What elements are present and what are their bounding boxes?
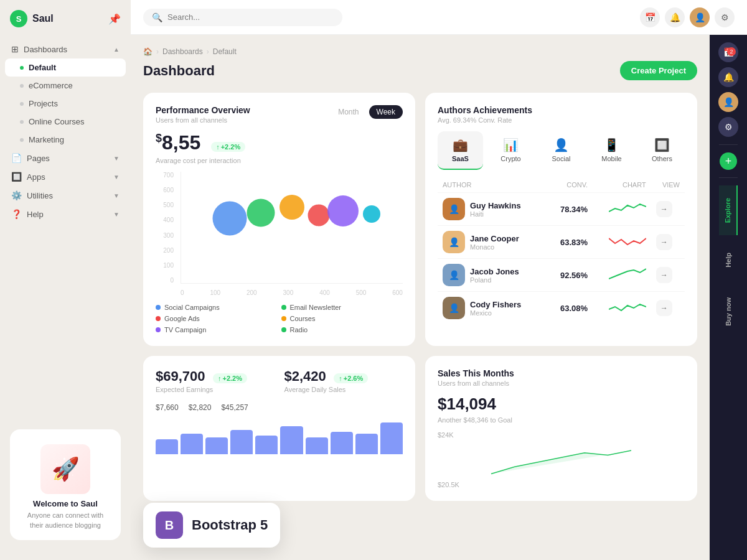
nav-dot bbox=[20, 120, 24, 124]
breadcrumb-sep: › bbox=[156, 47, 159, 56]
active-dot bbox=[20, 66, 24, 70]
legend-social: Social Campaigns bbox=[156, 304, 278, 311]
view-button[interactable]: → bbox=[656, 267, 672, 283]
bar bbox=[380, 422, 403, 454]
view-button[interactable]: → bbox=[656, 300, 672, 316]
left-content: 🏠 › Dashboards › Default Dashboard Creat… bbox=[131, 35, 710, 560]
breadcrumb-dashboards[interactable]: Dashboards bbox=[162, 47, 203, 56]
bar bbox=[181, 434, 203, 454]
conv-value: 92.56% bbox=[560, 271, 588, 280]
sidebar-item-default[interactable]: Default bbox=[5, 58, 126, 77]
buy-tab[interactable]: Buy now bbox=[720, 285, 737, 338]
tab-month[interactable]: Month bbox=[331, 105, 366, 119]
col-chart: CHART bbox=[593, 177, 651, 193]
col-author: AUTHOR bbox=[438, 177, 547, 193]
pin-icon[interactable]: 📌 bbox=[108, 13, 121, 25]
authors-tabs: 💼 SaaS 📊 Crypto 👤 Social 📱 bbox=[438, 131, 685, 170]
welcome-title: Welcome to Saul bbox=[20, 499, 111, 508]
authors-title: Authors Achievements bbox=[438, 105, 532, 115]
sidebar-item-online-courses[interactable]: Online Courses bbox=[5, 113, 126, 131]
nav-dot bbox=[20, 102, 24, 106]
tab-saas[interactable]: 💼 SaaS bbox=[438, 131, 483, 170]
tab-social[interactable]: 👤 Social bbox=[538, 131, 584, 170]
nav-label: Utilities bbox=[27, 191, 53, 200]
search-box[interactable]: 🔍 bbox=[143, 9, 342, 26]
sidebar-item-pages[interactable]: 📄 Pages ▼ bbox=[5, 149, 126, 167]
notification-icon[interactable]: 🔔 bbox=[665, 7, 685, 27]
sidebar-item-help[interactable]: ❓ Help ▼ bbox=[5, 205, 126, 223]
avatar-jacob: 👤 bbox=[443, 264, 465, 286]
tab-others[interactable]: 🔲 Others bbox=[639, 131, 685, 170]
sidebar-item-ecommerce[interactable]: eCommerce bbox=[5, 77, 126, 95]
sidebar-item-marketing[interactable]: Marketing bbox=[5, 131, 126, 149]
avatar[interactable]: 👤 bbox=[690, 7, 710, 27]
chevron-icon: ▼ bbox=[113, 174, 120, 180]
earnings-badge: ↑ +2.2% bbox=[213, 373, 247, 383]
explore-tab[interactable]: Explore bbox=[719, 185, 738, 235]
rp-settings-icon[interactable]: ⚙ bbox=[718, 117, 738, 137]
rp-divider2 bbox=[719, 177, 738, 178]
rp-add-button[interactable]: + bbox=[720, 152, 737, 170]
earning-row-val: $2,820 bbox=[189, 403, 212, 412]
sidebar-footer: 🚀 Welcome to Saul Anyone can connect wit… bbox=[0, 419, 131, 550]
create-project-button[interactable]: Create Project bbox=[620, 61, 697, 80]
nav-label: Default bbox=[29, 63, 56, 72]
authors-card: Authors Achievements Avg. 69.34% Conv. R… bbox=[425, 93, 697, 346]
earnings-stats: $69,700 ↑ +2.2% Expected Earnings $2,420… bbox=[156, 368, 403, 393]
nav-label: Help bbox=[27, 210, 44, 219]
bar bbox=[230, 430, 253, 454]
legend-courses: Courses bbox=[281, 315, 403, 322]
bootstrap-overlay: B Bootstrap 5 bbox=[143, 503, 280, 548]
nav-label: Dashboards bbox=[24, 45, 67, 54]
view-button[interactable]: → bbox=[656, 201, 672, 217]
settings-icon[interactable]: ⚙ bbox=[715, 7, 735, 27]
rp-avatar[interactable]: 👤 bbox=[718, 92, 738, 112]
sidebar-item-dashboards[interactable]: ⊞ Dashboards ▲ bbox=[5, 40, 126, 58]
rp-calendar-icon[interactable]: 📅 2 bbox=[718, 42, 738, 62]
bubble bbox=[363, 205, 380, 223]
chevron-icon: ▼ bbox=[113, 155, 120, 162]
legend-tv: TV Campaign bbox=[156, 326, 278, 334]
bar bbox=[355, 434, 378, 454]
y-axis: 700 600 500 400 300 200 100 0 bbox=[156, 172, 177, 284]
sidebar-item-apps[interactable]: 🔲 Apps ▼ bbox=[5, 167, 126, 186]
view-button[interactable]: → bbox=[656, 234, 672, 250]
search-icon: 🔍 bbox=[152, 12, 162, 22]
tab-crypto[interactable]: 📊 Crypto bbox=[488, 131, 533, 170]
rp-notification-icon[interactable]: 🔔 bbox=[718, 67, 738, 87]
bubble bbox=[280, 195, 304, 220]
calendar-icon[interactable]: 📅 bbox=[640, 7, 660, 27]
legend-radio: Radio bbox=[281, 326, 403, 334]
perf-label: Avarage cost per interaction bbox=[156, 157, 403, 164]
earnings-value: $69,700 bbox=[156, 368, 205, 384]
legend-google-ads: Google Ads bbox=[156, 315, 278, 322]
sidebar-item-projects[interactable]: Projects bbox=[5, 95, 126, 113]
sales-y1: $24K bbox=[438, 431, 685, 439]
sales-title: Sales This Months bbox=[438, 368, 685, 378]
perf-subtitle: Users from all channels bbox=[156, 116, 250, 124]
conv-value: 78.34% bbox=[560, 205, 588, 214]
mini-chart-jane bbox=[609, 232, 646, 251]
search-input[interactable] bbox=[167, 12, 334, 22]
main-area: 🔍 📅 🔔 👤 ⚙ 🏠 › Dashboards › Default Dashb… bbox=[131, 0, 747, 560]
help-tab[interactable]: Help bbox=[720, 240, 737, 280]
social-icon: 👤 bbox=[553, 138, 569, 152]
sidebar-item-utilities[interactable]: ⚙️ Utilities ▼ bbox=[5, 186, 126, 205]
tab-mobile[interactable]: 📱 Mobile bbox=[589, 131, 634, 170]
tab-week[interactable]: Week bbox=[369, 105, 403, 119]
table-row: 👤 Jacob Jones Poland 92.56% bbox=[438, 259, 685, 292]
bottom-row: $69,700 ↑ +2.2% Expected Earnings $2,420… bbox=[143, 356, 697, 501]
col-view: VIEW bbox=[651, 177, 685, 193]
authors-table: AUTHOR CONV. CHART VIEW 👤 bbox=[438, 177, 685, 324]
breadcrumb-home[interactable]: 🏠 bbox=[143, 47, 153, 56]
daily-value: $2,420 bbox=[284, 368, 326, 384]
topbar: 🔍 📅 🔔 👤 ⚙ bbox=[131, 0, 747, 35]
nav-label: Pages bbox=[27, 154, 50, 163]
sales-y2: $20.5K bbox=[438, 481, 685, 488]
avatar-jane: 👤 bbox=[443, 231, 465, 253]
avatar-guy: 👤 bbox=[443, 198, 465, 220]
bar bbox=[280, 426, 303, 454]
chart-legend: Social Campaigns Email Newsletter Google… bbox=[156, 304, 403, 334]
mini-chart-jacob bbox=[609, 265, 646, 284]
saas-icon: 💼 bbox=[453, 138, 468, 152]
